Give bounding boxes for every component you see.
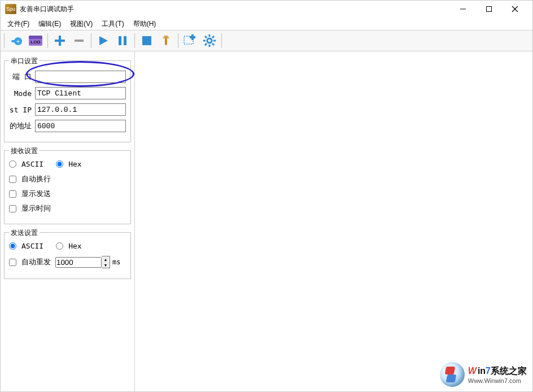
addr-select[interactable]: 6000: [35, 120, 126, 132]
auto-wrap-checkbox[interactable]: 自动换行: [9, 174, 51, 184]
mode-select[interactable]: TCP Client: [35, 87, 126, 99]
interval-unit: ms: [112, 258, 120, 266]
toolbar-remove-button[interactable]: [71, 32, 88, 49]
watermark-logo-icon: [440, 362, 465, 387]
svg-rect-18: [165, 38, 167, 45]
recv-legend: 接收设置: [9, 146, 40, 156]
toolbar-log-button[interactable]: LOG: [27, 32, 44, 49]
menu-tools[interactable]: 工具(T): [97, 18, 128, 30]
resend-interval-input[interactable]: [55, 257, 102, 268]
resend-interval-spinner[interactable]: ▲▼: [102, 256, 110, 268]
title-bar: Spu 友善串口调试助手: [1, 1, 532, 18]
svg-line-29: [205, 43, 207, 45]
watermark: Win7系统之家 Www.Winwin7.com: [440, 362, 527, 387]
menu-bar: 文件(F) 编辑(E) 视图(V) 工具(T) 帮助(H): [1, 18, 532, 30]
svg-line-28: [212, 43, 214, 45]
svg-text:+: +: [16, 38, 20, 45]
port-label: 端 口: [8, 72, 32, 82]
svg-rect-8: [29, 36, 42, 39]
app-icon: Spu: [5, 4, 16, 14]
svg-text:LOG: LOG: [30, 40, 40, 45]
send-legend: 发送设置: [9, 228, 40, 238]
toolbar-pause-button[interactable]: [114, 32, 131, 49]
svg-rect-15: [124, 36, 126, 45]
close-button[interactable]: [502, 1, 528, 18]
svg-rect-14: [119, 36, 121, 45]
watermark-url: Www.Winwin7.com: [468, 377, 527, 384]
serial-settings-group: 串口设置 端 口 TCP/UDP Mode TCP Client st IP 1…: [4, 60, 131, 142]
show-send-checkbox[interactable]: 显示发送: [9, 189, 51, 199]
menu-help[interactable]: 帮助(H): [129, 18, 161, 30]
ip-select[interactable]: 127.0.0.1: [35, 103, 126, 116]
addr-label: 的地址: [8, 121, 32, 131]
toolbar-clear-button[interactable]: [158, 32, 174, 49]
svg-rect-21: [190, 36, 195, 38]
settings-sidebar: 串口设置 端 口 TCP/UDP Mode TCP Client st IP 1…: [1, 51, 135, 391]
svg-line-30: [212, 36, 214, 38]
svg-rect-1: [487, 7, 492, 12]
mode-label: Mode: [8, 89, 32, 98]
recv-hex-radio[interactable]: Hex: [56, 160, 81, 168]
svg-marker-13: [99, 36, 108, 45]
send-ascii-radio[interactable]: ASCII: [9, 242, 43, 250]
toolbar-stop-button[interactable]: [138, 32, 155, 49]
recv-ascii-radio[interactable]: ASCII: [9, 160, 43, 168]
menu-view[interactable]: 视图(V): [65, 18, 97, 30]
menu-edit[interactable]: 编辑(E): [34, 18, 65, 30]
show-time-checkbox[interactable]: 显示时间: [9, 203, 51, 214]
toolbar-settings-button[interactable]: [201, 32, 218, 49]
watermark-brand: Win7系统之家: [468, 365, 527, 377]
toolbar-play-button[interactable]: [95, 32, 112, 49]
send-hex-radio[interactable]: Hex: [56, 242, 81, 250]
svg-line-27: [205, 36, 207, 38]
svg-rect-12: [75, 40, 84, 42]
ip-label: st IP: [8, 106, 32, 114]
window-title: 友善串口调试助手: [20, 5, 74, 14]
menu-file[interactable]: 文件(F): [3, 18, 34, 30]
svg-rect-5: [11, 40, 16, 42]
port-select[interactable]: TCP/UDP: [35, 71, 126, 83]
send-settings-group: 发送设置 ASCII Hex 自动重发 ▲▼ ms: [4, 232, 131, 279]
toolbar-add-button[interactable]: [51, 32, 68, 49]
output-area: Win7系统之家 Www.Winwin7.com: [135, 51, 532, 391]
content-area: 串口设置 端 口 TCP/UDP Mode TCP Client st IP 1…: [1, 51, 532, 391]
svg-point-22: [207, 38, 212, 43]
auto-resend-checkbox[interactable]: 自动重发: [9, 257, 51, 267]
receive-settings-group: 接收设置 ASCII Hex 自动换行 显示发送 显示时间: [4, 150, 131, 224]
maximize-button[interactable]: [476, 1, 502, 18]
toolbar-new-window-button[interactable]: [182, 32, 199, 49]
svg-rect-16: [142, 36, 151, 45]
serial-legend: 串口设置: [9, 56, 40, 66]
svg-rect-11: [55, 40, 65, 42]
toolbar: + LOG: [1, 30, 532, 51]
toolbar-connect-button[interactable]: +: [8, 32, 25, 49]
minimize-button[interactable]: [450, 1, 476, 18]
